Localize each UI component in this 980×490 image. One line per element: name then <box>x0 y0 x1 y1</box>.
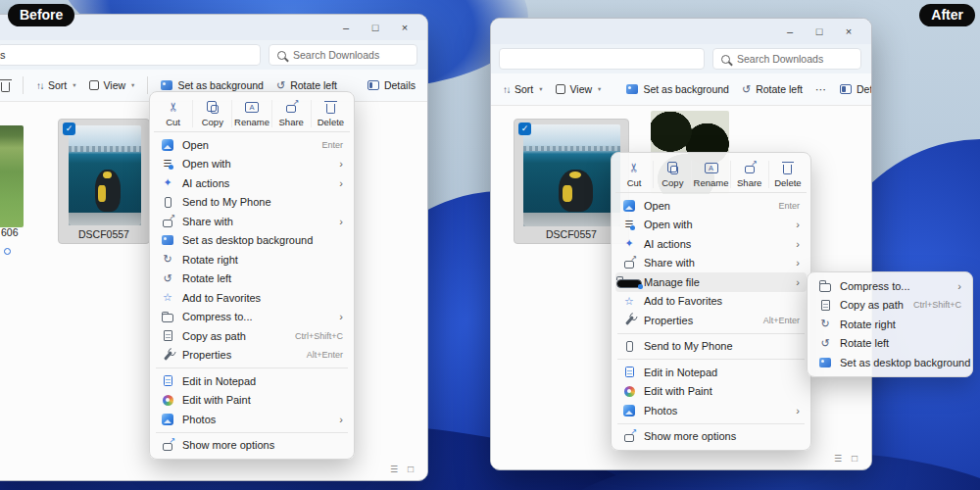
toolbar-divider <box>23 76 24 94</box>
rename-button[interactable]: Rename <box>691 161 729 188</box>
menu-separator <box>156 432 348 433</box>
boat-edge <box>523 213 620 226</box>
submenu-item-copy-as-path[interactable]: Copy as pathCtrl+Shift+C <box>811 296 968 316</box>
share-icon <box>163 220 172 227</box>
menu-item-copy-as-path[interactable]: Copy as pathCtrl+Shift+C <box>154 326 350 346</box>
maximize-button[interactable]: □ <box>361 15 390 40</box>
submenu-item-compress-to[interactable]: Compress to...› <box>811 276 968 296</box>
menu-item-edit-in-notepad[interactable]: Edit in Notepad <box>154 371 350 391</box>
chevron-right-icon: › <box>793 405 800 416</box>
file-label: 606 <box>1 226 19 238</box>
share-icon <box>745 166 755 173</box>
menu-item-set-as-desktop-background[interactable]: Set as desktop background <box>154 231 350 251</box>
set-as-background-button[interactable]: Set as background <box>626 83 729 95</box>
menu-item-ai-actions[interactable]: ✦AI actions› <box>154 173 350 193</box>
submenu-item-set-as-desktop-background[interactable]: Set as desktop background <box>811 353 968 372</box>
menu-item-show-more-options[interactable]: Show more options <box>154 436 350 456</box>
file-label: DSCF0557 <box>59 228 149 240</box>
menu-item-ai-actions[interactable]: ✦AI actions› <box>615 234 807 254</box>
sort-icon: ↑↓ <box>503 84 510 95</box>
menu-item-photos[interactable]: Photos› <box>615 401 807 420</box>
menu-item-open-with[interactable]: ☰Open with› <box>154 155 350 174</box>
minimize-button[interactable]: – <box>331 15 361 40</box>
list-view-toggle-icon[interactable]: ☰ <box>390 465 398 474</box>
delete-toolbar-button[interactable] <box>1 79 10 92</box>
context-menu-after: ✂Cut Copy Rename Share Delete OpenEnter … <box>611 152 811 451</box>
menu-item-edit-in-notepad[interactable]: Edit in Notepad <box>615 363 807 382</box>
menu-item-properties[interactable]: PropertiesAlt+Enter <box>615 311 807 330</box>
photo-diver <box>69 125 141 225</box>
rotate-left-button[interactable]: ↺Rotate left <box>742 83 803 95</box>
copy-button[interactable]: Copy <box>653 161 691 188</box>
menu-item-show-more-options[interactable]: Show more options <box>615 427 807 447</box>
paint-icon <box>624 386 635 397</box>
document-icon <box>164 330 172 341</box>
menu-item-add-to-favorites[interactable]: ☆Add to Favorites <box>615 292 807 312</box>
search-box[interactable]: Search Downloads <box>269 44 417 66</box>
address-bar[interactable] <box>499 48 705 70</box>
star-icon: ☆ <box>624 295 634 308</box>
search-box[interactable]: Search Downloads <box>712 48 861 70</box>
more-options-button[interactable]: ⋯ <box>815 83 827 96</box>
image-icon <box>626 84 638 94</box>
rename-button[interactable]: Rename <box>231 100 270 127</box>
titlebar[interactable]: – □ × <box>491 19 871 44</box>
cut-button[interactable]: ✂Cut <box>615 161 653 188</box>
share-icon <box>624 261 634 269</box>
menu-item-compress-to[interactable]: Compress to...› <box>154 308 350 327</box>
submenu-item-rotate-right[interactable]: ↻Rotate right <box>811 315 968 334</box>
share-button[interactable]: Share <box>271 100 311 127</box>
menu-item-share-with[interactable]: Share with› <box>154 212 350 231</box>
thumbnail-view-toggle-icon[interactable]: □ <box>852 453 858 464</box>
menu-item-send-to-my-phone[interactable]: Send to My Phone <box>154 193 350 213</box>
menu-item-photos[interactable]: Photos› <box>154 410 350 429</box>
address-bar[interactable]: Downloads <box>0 44 261 66</box>
manage-file-submenu: Compress to...› Copy as pathCtrl+Shift+C… <box>807 271 973 377</box>
menu-item-open-with[interactable]: ☰Open with› <box>615 216 807 235</box>
close-button[interactable]: × <box>390 15 419 40</box>
phone-icon <box>165 197 172 208</box>
maximize-button[interactable]: □ <box>805 19 834 44</box>
list-view-toggle-icon[interactable]: ☰ <box>834 454 842 464</box>
menu-item-edit-with-paint[interactable]: Edit with Paint <box>615 382 807 402</box>
sort-button[interactable]: ↑↓Sort▾ <box>503 83 543 95</box>
delete-button[interactable]: Delete <box>311 100 350 127</box>
chevron-right-icon: › <box>336 311 343 322</box>
thumbnail-view-toggle-icon[interactable]: □ <box>408 464 414 474</box>
menu-item-open[interactable]: OpenEnter <box>615 196 807 216</box>
menu-item-add-to-favorites[interactable]: ☆Add to Favorites <box>154 288 350 308</box>
close-button[interactable]: × <box>834 19 863 44</box>
copy-icon <box>211 105 219 114</box>
view-button[interactable]: View▾ <box>556 83 602 95</box>
chevron-right-icon: › <box>793 219 800 230</box>
sort-button[interactable]: ↑↓Sort▾ <box>36 79 76 91</box>
file-thumbnail-golf[interactable] <box>0 125 24 227</box>
checkbox-checked[interactable]: ✓ <box>63 122 75 135</box>
menu-item-rotate-right[interactable]: ↻Rotate right <box>154 250 350 270</box>
view-icon <box>89 80 99 90</box>
desktop: – □ × Downloads Search Downloads ↑↓Sort▾… <box>0 0 980 490</box>
search-placeholder: Search Downloads <box>737 53 823 65</box>
minimize-button[interactable]: – <box>775 19 805 44</box>
view-button[interactable]: View▾ <box>89 79 135 91</box>
menu-item-edit-with-paint[interactable]: Edit with Paint <box>154 391 350 411</box>
copy-button[interactable]: Copy <box>192 100 231 127</box>
details-button[interactable]: Details <box>368 79 416 91</box>
file-thumbnail-selected[interactable]: ✓ DSCF0557 <box>58 119 150 244</box>
share-button[interactable]: Share <box>730 161 768 188</box>
menu-item-properties[interactable]: PropertiesAlt+Enter <box>154 346 350 366</box>
menu-item-manage-file[interactable]: Manage file› <box>615 272 807 292</box>
delete-button[interactable]: Delete <box>768 161 807 188</box>
rotate-left-button[interactable]: ↺Rotate left <box>276 79 337 91</box>
menu-item-share-with[interactable]: Share with› <box>615 254 807 273</box>
cut-button[interactable]: ✂Cut <box>154 100 192 127</box>
checkbox-checked[interactable]: ✓ <box>518 122 531 135</box>
menu-item-rotate-left[interactable]: ↺Rotate left <box>154 270 350 289</box>
details-button[interactable]: Details <box>840 83 872 95</box>
menu-item-send-to-my-phone[interactable]: Send to My Phone <box>615 337 807 357</box>
set-as-background-button[interactable]: Set as background <box>161 79 264 91</box>
menu-item-open[interactable]: OpenEnter <box>154 135 350 155</box>
ellipsis-icon: ⋯ <box>815 83 827 96</box>
menu-separator <box>617 423 805 424</box>
submenu-item-rotate-left[interactable]: ↺Rotate left <box>811 334 968 354</box>
